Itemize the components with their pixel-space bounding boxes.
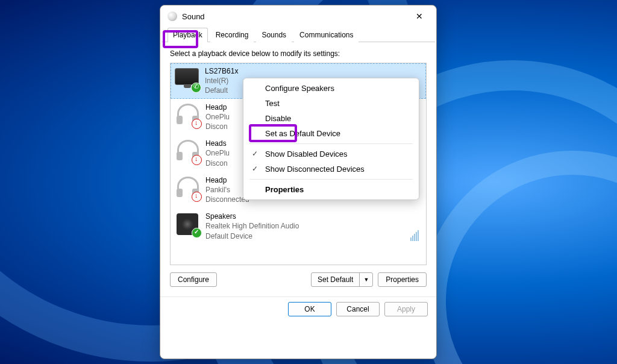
playback-device-list: LS27B61x Intel(R) Default Headp OnePlu D… xyxy=(170,63,427,265)
device-name: Heads xyxy=(205,139,230,148)
menu-show-disconnected[interactable]: Show Disconnected Devices xyxy=(243,162,419,177)
disconnected-badge-icon xyxy=(192,192,202,202)
speaker-icon xyxy=(175,212,202,238)
menu-show-disabled[interactable]: Show Disabled Devices xyxy=(243,146,419,162)
set-default-split-button[interactable]: Set Default ▼ xyxy=(311,272,373,287)
device-status: Discon xyxy=(205,122,230,131)
close-icon[interactable]: ✕ xyxy=(410,7,429,26)
monitor-icon xyxy=(175,66,201,93)
menu-properties[interactable]: Properties xyxy=(243,182,419,197)
headset-icon xyxy=(175,102,202,129)
tab-playback[interactable]: Playback xyxy=(168,28,208,42)
device-status: Default Device xyxy=(205,231,299,241)
sound-app-icon xyxy=(168,11,177,21)
menu-test[interactable]: Test xyxy=(243,96,419,111)
device-status: Default xyxy=(205,86,238,95)
menu-separator xyxy=(249,179,413,180)
device-name: Speakers xyxy=(205,212,299,221)
tab-communications[interactable]: Communications xyxy=(294,28,359,42)
tab-sounds[interactable]: Sounds xyxy=(256,28,292,42)
tab-button-row: Configure Set Default ▼ Properties xyxy=(160,265,436,294)
menu-disable[interactable]: Disable xyxy=(243,111,419,126)
device-row-speakers[interactable]: Speakers Realtek High Definition Audio D… xyxy=(171,208,426,245)
device-status: Discon xyxy=(205,158,230,168)
device-context-menu: Configure Speakers Test Disable Set as D… xyxy=(243,78,419,200)
menu-set-default[interactable]: Set as Default Device xyxy=(243,126,419,141)
disconnected-badge-icon xyxy=(192,155,202,165)
headset-icon xyxy=(175,139,202,165)
tab-strip: Playback Recording Sounds Communications xyxy=(161,27,435,42)
tab-recording[interactable]: Recording xyxy=(210,28,254,42)
instruction-text: Select a playback device below to modify… xyxy=(160,42,436,63)
titlebar: Sound ✕ xyxy=(160,5,436,27)
level-meter-icon xyxy=(410,212,421,241)
cancel-button[interactable]: Cancel xyxy=(336,302,380,316)
disconnected-badge-icon xyxy=(192,119,202,129)
device-driver: Realtek High Definition Audio xyxy=(205,221,299,231)
properties-button[interactable]: Properties xyxy=(378,272,427,287)
headset-icon xyxy=(175,175,202,202)
comm-default-badge-icon xyxy=(191,83,201,93)
sound-dialog: Sound ✕ Playback Recording Sounds Commun… xyxy=(160,5,437,359)
menu-configure-speakers[interactable]: Configure Speakers xyxy=(243,81,419,96)
menu-separator xyxy=(249,143,413,144)
device-driver: Intel(R) xyxy=(205,76,238,86)
ok-button[interactable]: OK xyxy=(288,302,331,316)
set-default-label: Set Default xyxy=(312,273,360,286)
chevron-down-icon[interactable]: ▼ xyxy=(360,274,372,285)
dialog-button-row: OK Cancel Apply xyxy=(160,297,436,324)
configure-button[interactable]: Configure xyxy=(170,272,217,287)
device-name: LS27B61x xyxy=(205,66,238,76)
window-title: Sound xyxy=(182,12,410,21)
device-name: Headp xyxy=(205,102,230,112)
apply-button[interactable]: Apply xyxy=(384,302,428,316)
device-driver: OnePlu xyxy=(205,112,230,122)
device-driver: OnePlu xyxy=(205,148,230,158)
default-badge-icon xyxy=(192,228,202,238)
